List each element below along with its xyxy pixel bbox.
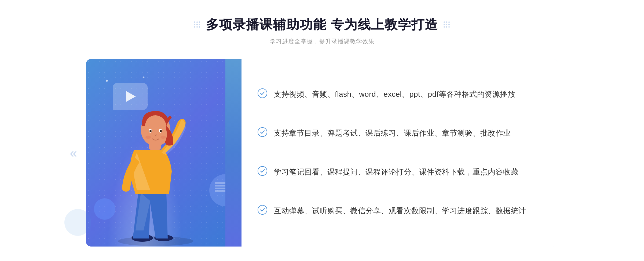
sparkle-right: ✦ [142,75,145,79]
dot [199,21,200,23]
feature-item-3: 学习笔记回看、课程提问、课程评论打分、课件资料下载，重点内容收藏 [258,160,537,185]
header-subtitle: 学习进度全掌握，提升录播课教学效果 [194,38,450,46]
check-circle-4 [258,205,267,215]
dot [196,24,198,25]
dot [446,24,447,25]
check-circle-2 [258,127,267,137]
feature-text-3: 学习笔记回看、课程提问、课程评论打分、课件资料下载，重点内容收藏 [274,166,518,178]
content-card: ✦ ✦ [86,59,558,247]
feature-item-2: 支持章节目录、弹题考试、课后练习、课后作业、章节测验、批改作业 [258,121,537,146]
dot [444,21,445,23]
check-circle-1 [258,88,267,98]
decorative-circle-bottom-left [64,209,91,236]
main-title: 多项录播课辅助功能 专为线上教学打造 [206,16,438,33]
dot [199,24,200,25]
check-icon-3 [259,168,265,174]
svg-point-6 [149,130,152,132]
feature-text-4: 互动弹幕、试听购买、微信分享、观看次数限制、学习进度跟踪、数据统计 [274,205,526,217]
dot [196,26,198,28]
dot [194,21,195,23]
dot [448,26,450,28]
check-icon-1 [259,90,265,96]
svg-point-10 [160,136,166,139]
left-illustration: ✦ ✦ [86,59,236,247]
svg-point-9 [145,136,151,139]
sparkle-left: ✦ [105,78,109,84]
page-container: 多项录播课辅助功能 专为线上教学打造 学习进度全掌握，提升录播课教学效果 « [0,16,644,247]
dot [196,21,198,23]
check-icon-2 [259,129,265,135]
right-panel: 支持视频、音频、flash、word、excel、ppt、pdf等各种格式的资源… [236,59,558,247]
check-circle-3 [258,166,267,176]
header-section: 多项录播课辅助功能 专为线上教学打造 学习进度全掌握，提升录播课教学效果 [194,16,450,46]
dot [446,26,447,28]
dot [194,26,195,28]
title-left-dots [194,21,200,28]
title-row: 多项录播课辅助功能 专为线上教学打造 [194,16,450,33]
dot [448,24,450,25]
dot [448,21,450,23]
dot [446,21,447,23]
feature-text-2: 支持章节目录、弹题考试、课后练习、课后作业、章节测验、批改作业 [274,127,511,139]
feature-item-4: 互动弹幕、试听购买、微信分享、观看次数限制、学习进度跟踪、数据统计 [258,199,537,223]
dot [194,24,195,25]
chevron-left-decoration: « [70,146,77,160]
svg-point-8 [160,130,162,132]
person-illustration [97,91,220,247]
dot [199,26,200,28]
check-icon-4 [259,207,265,213]
connector-strip [225,59,241,247]
dot [444,26,445,28]
feature-text-1: 支持视频、音频、flash、word、excel、ppt、pdf等各种格式的资源… [274,88,515,100]
dot [444,24,445,25]
title-right-dots [444,21,450,28]
card-wrapper: « ✦ ✦ [86,59,558,247]
feature-item-1: 支持视频、音频、flash、word、excel、ppt、pdf等各种格式的资源… [258,82,537,107]
